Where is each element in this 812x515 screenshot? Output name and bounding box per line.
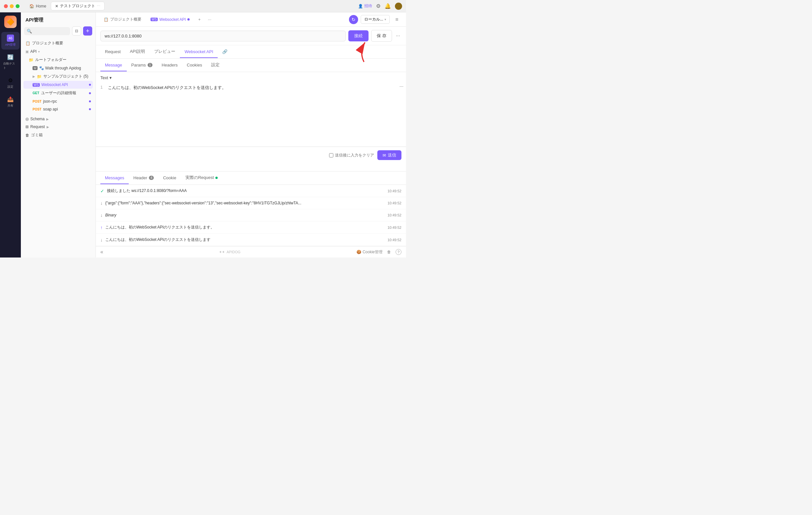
msg-tab-message[interactable]: Message <box>100 59 127 71</box>
clear-checkbox[interactable] <box>329 153 334 158</box>
sub-tab-api-desc[interactable]: API説明 <box>125 45 150 58</box>
text-type-selector[interactable]: Text ▾ <box>96 72 406 82</box>
get-user-dot <box>89 92 91 94</box>
search-input[interactable] <box>34 29 67 33</box>
ws-tab-dot <box>187 18 190 21</box>
msg-tab-cookies[interactable]: Cookies <box>182 59 207 71</box>
tree-item-post-json-rpc[interactable]: POST json-rpc <box>24 97 93 105</box>
url-input[interactable]: ws://127.0.0.1:8080 <box>100 31 346 41</box>
tree-item-trash[interactable]: 🗑 ゴミ箱 <box>24 131 93 140</box>
sub-tab-preview-label: プレビュー <box>154 49 175 54</box>
bottom-tab-header[interactable]: Header 4 <box>129 172 158 184</box>
topbar-right: ↻ ローカル... ▾ ≡ <box>349 15 401 24</box>
tree-item-root-folder[interactable]: 📁 ルートフォルダー <box>24 55 93 64</box>
settings-icon: ⚙ <box>7 77 14 84</box>
tree-view: 📋 プロジェクト概要 ▣ API ▾ 📁 ルートフォルダー M 🐾 Walk t… <box>21 39 95 258</box>
cookie-management-button[interactable]: 🍪 Cookie管理 <box>356 249 382 255</box>
filter-icon: ⊟ <box>75 29 78 33</box>
link-icon: 🔗 <box>222 49 227 54</box>
menu-button[interactable]: ≡ <box>392 15 401 24</box>
local-button[interactable]: ローカル... ▾ <box>361 15 390 24</box>
post-method-label-1: POST <box>33 100 41 103</box>
bottom-tab-cookie-label: Cookie <box>163 175 176 180</box>
topbar-tab-project-overview[interactable]: 📋 プロジェクト概要 <box>100 15 145 24</box>
project-overview-icon: 📋 <box>25 41 30 46</box>
bell-icon[interactable]: 🔔 <box>384 3 391 9</box>
editor-area[interactable]: 1 こんにちは、初のWebSocket APIのリクエストを送信します。 — <box>96 82 406 147</box>
ws-tab-label: Websocket API <box>160 17 186 22</box>
send-label: 送信 <box>388 152 396 158</box>
sub-tab-link[interactable]: 🔗 <box>218 46 232 58</box>
sidebar-item-autotest[interactable]: 🔄 自動テスト <box>1 51 20 73</box>
right-topbar: 📋 プロジェクト概要 WS Websocket API + ··· ↻ <box>96 12 406 27</box>
tree-item-schema[interactable]: ◎ Schema ▶ <box>24 115 93 123</box>
send-button[interactable]: ✉ 送信 <box>377 150 401 160</box>
invite-button[interactable]: 👤 招待 <box>358 3 372 9</box>
sub-tab-preview[interactable]: プレビュー <box>150 45 180 58</box>
add-tab-button[interactable]: + <box>196 17 203 22</box>
close-tab-icon[interactable]: ✕ <box>55 4 58 8</box>
left-panel-title: API管理 <box>21 12 95 26</box>
editor-scrollbar: — <box>400 84 403 89</box>
collapse-button[interactable]: « <box>100 249 103 255</box>
close-button[interactable] <box>4 4 8 8</box>
binary-time: 10:49:52 <box>387 213 401 217</box>
tree-item-walkthrough[interactable]: M 🐾 Walk through Apidog <box>24 64 93 72</box>
titlebar-right: 👤 招待 ⚙ 🔔 <box>358 3 402 10</box>
sidebar-item-share[interactable]: 📤 共有 <box>1 93 20 111</box>
tree-item-sample-project[interactable]: ▶ 📁 サンプルプロジェクト (5) <box>24 72 93 81</box>
help-footer-icon[interactable]: ? <box>396 249 401 255</box>
settings-icon[interactable]: ⚙ <box>376 3 381 9</box>
tree-item-project-overview[interactable]: 📋 プロジェクト概要 <box>24 39 93 48</box>
message-tabs: Message Params 1 Headers Cookies 設定 <box>96 59 406 72</box>
bottom-tab-cookie[interactable]: Cookie <box>158 172 180 184</box>
tree-item-request[interactable]: ⊞ Request ▶ <box>24 123 93 131</box>
home-tab[interactable]: 🏠 Home <box>26 3 50 10</box>
apidog-logo-icon: ✦✦ <box>219 250 225 254</box>
right-panel-wrapper: 📋 プロジェクト概要 WS Websocket API + ··· ↻ <box>96 12 406 258</box>
minimize-button[interactable] <box>10 4 14 8</box>
save-button[interactable]: 保 存 <box>371 30 392 42</box>
tree-item-websocket-api[interactable]: WS Websocket API <box>24 81 93 89</box>
tree-item-api[interactable]: ▣ API ▾ <box>24 48 93 55</box>
menu-icon: ≡ <box>395 17 398 23</box>
add-button[interactable]: + <box>83 26 92 35</box>
tree-item-get-user[interactable]: GET ユーザーの詳細情報 <box>24 89 93 97</box>
refresh-button[interactable]: ↻ <box>349 15 358 24</box>
message-list: ✓ 接続しました ws://127.0.0.1:8080/?form=AAA 1… <box>96 185 406 246</box>
right-panel: 📋 プロジェクト概要 WS Websocket API + ··· ↻ <box>96 12 406 258</box>
sub-tab-request[interactable]: Request <box>100 46 125 58</box>
project-tab-more[interactable]: ⋯ <box>97 4 100 8</box>
message-body: Message Params 1 Headers Cookies 設定 <box>96 59 406 171</box>
clear-after-send[interactable]: 送信後に入力をクリア <box>329 152 374 158</box>
post-json-rpc-dot <box>89 101 91 102</box>
msg-tab-settings[interactable]: 設定 <box>207 59 224 72</box>
root-folder-icon: 📁 <box>29 58 34 62</box>
params-badge: 1 <box>148 63 153 67</box>
sample-project-icon: 📁 <box>37 74 42 79</box>
project-tab[interactable]: ✕ テストプロジェクト ⋯ <box>51 2 105 10</box>
topbar-tab-websocket[interactable]: WS Websocket API <box>147 15 193 24</box>
sub-tab-websocket-api[interactable]: Websocket API <box>180 46 218 58</box>
bottom-tab-messages[interactable]: Messages <box>100 172 129 184</box>
trash-footer-icon[interactable]: 🗑 <box>387 250 391 254</box>
sidebar-item-api[interactable]: 46 API管理 <box>1 32 20 50</box>
get-method-label: GET <box>33 91 39 95</box>
header-badge: 4 <box>149 176 154 180</box>
bottom-tab-actual-request[interactable]: 実際のRequest <box>181 171 222 184</box>
args-time: 10:49:52 <box>387 201 401 205</box>
msg-tab-headers[interactable]: Headers <box>157 59 182 71</box>
project-overview-label: プロジェクト概要 <box>32 40 63 46</box>
more-url-button[interactable]: ··· <box>395 32 401 40</box>
filter-button[interactable]: ⊟ <box>72 26 81 35</box>
plus-icon: + <box>86 28 90 34</box>
sidebar-item-settings[interactable]: ⚙ 設定 <box>1 74 20 92</box>
msg-tab-params[interactable]: Params 1 <box>127 59 157 71</box>
tree-item-post-soap[interactable]: POST soap api <box>24 105 93 113</box>
more-tabs-button[interactable]: ··· <box>206 17 213 22</box>
maximize-button[interactable] <box>16 4 20 8</box>
connect-button[interactable]: 接続 <box>348 30 369 41</box>
autotest-icon: 🔄 <box>7 53 14 61</box>
icon-sidebar: 🔶 46 API管理 🔄 自動テスト ⚙ 設定 📤 共有 <box>0 12 21 258</box>
msg-tab-headers-label: Headers <box>162 63 178 67</box>
